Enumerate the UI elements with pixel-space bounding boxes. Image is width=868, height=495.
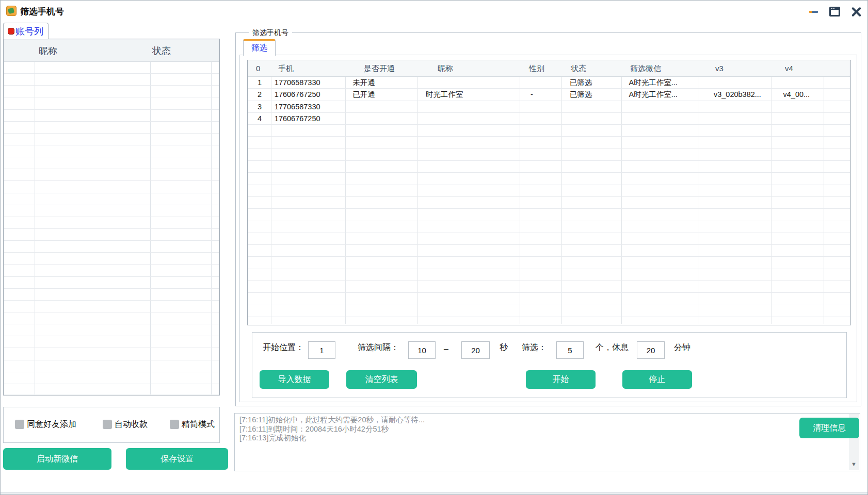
account-row[interactable] xyxy=(4,74,219,86)
account-row[interactable] xyxy=(4,169,219,181)
launch-wechat-button[interactable]: 启动新微信 xyxy=(3,448,111,470)
account-row[interactable] xyxy=(4,277,219,289)
account-row[interactable] xyxy=(4,181,219,193)
account-row[interactable] xyxy=(4,97,219,109)
account-row[interactable] xyxy=(4,324,219,336)
start-pos-input[interactable] xyxy=(308,341,335,359)
filter-row[interactable] xyxy=(248,209,850,221)
filter-row[interactable] xyxy=(248,173,850,185)
account-row[interactable] xyxy=(4,301,219,312)
filter-table-header: 0手机是否开通昵称性别状态筛选微信v3v4 xyxy=(248,61,850,77)
account-table-header: 昵称 状态 xyxy=(4,40,219,62)
filter-cell xyxy=(824,293,850,304)
filter-row[interactable] xyxy=(248,245,850,257)
account-cell xyxy=(4,253,35,264)
account-row[interactable] xyxy=(4,62,219,74)
filter-row[interactable]: 117706587330未开通已筛选A时光工作室... xyxy=(248,77,850,89)
account-row[interactable] xyxy=(4,157,219,169)
filter-col-2: 是否开通 xyxy=(364,64,395,74)
tab-account-list[interactable]: 账号列 xyxy=(3,23,49,39)
checkbox-simple-mode[interactable] xyxy=(170,420,179,429)
filter-row[interactable] xyxy=(248,281,850,293)
filter-row[interactable] xyxy=(248,317,850,324)
scroll-down-icon[interactable]: ▼ xyxy=(851,461,857,467)
filter-row[interactable] xyxy=(248,269,850,281)
filter-cell xyxy=(346,197,418,208)
account-row[interactable] xyxy=(4,348,219,360)
filter-cell xyxy=(346,185,418,196)
account-cell xyxy=(4,157,35,169)
clear-list-button[interactable]: 清空列表 xyxy=(346,370,417,389)
filter-cell xyxy=(418,281,520,292)
account-cell xyxy=(35,229,150,240)
start-button[interactable]: 开始 xyxy=(526,370,596,389)
rest-input[interactable] xyxy=(637,341,665,359)
account-row[interactable] xyxy=(4,360,219,372)
filter-cell xyxy=(248,185,271,196)
filter-cell xyxy=(824,197,850,208)
filter-cell xyxy=(418,233,520,244)
filter-row[interactable] xyxy=(248,257,850,269)
minimize-button[interactable] xyxy=(809,11,818,13)
clear-log-button[interactable]: 清理信息 xyxy=(799,418,859,438)
import-data-button[interactable]: 导入数据 xyxy=(260,370,329,389)
filter-row[interactable]: 217606767250已开通时光工作室-已筛选A时光工作室...v3_020b… xyxy=(248,89,850,101)
filter-col-6: 筛选微信 xyxy=(630,64,661,74)
filter-cell xyxy=(622,269,699,280)
checkbox-auto-collect[interactable] xyxy=(103,420,112,429)
filter-row[interactable] xyxy=(248,233,850,245)
account-row[interactable] xyxy=(4,289,219,301)
account-row[interactable] xyxy=(4,336,219,348)
save-settings-button[interactable]: 保存设置 xyxy=(126,448,228,470)
account-row[interactable] xyxy=(4,253,219,265)
filter-count-input[interactable] xyxy=(556,341,584,359)
account-row[interactable] xyxy=(4,122,219,134)
filter-cell xyxy=(248,293,271,304)
account-row[interactable] xyxy=(4,229,219,241)
filter-row[interactable]: 417606767250 xyxy=(248,113,850,125)
account-row[interactable] xyxy=(4,312,219,324)
account-cell xyxy=(212,241,219,252)
filter-row[interactable] xyxy=(248,137,850,148)
account-row[interactable] xyxy=(4,134,219,145)
account-cell xyxy=(151,348,212,359)
account-row[interactable] xyxy=(4,205,219,217)
filter-cell xyxy=(824,137,850,148)
filter-row[interactable] xyxy=(248,185,850,197)
filter-row[interactable] xyxy=(248,197,850,209)
account-cell xyxy=(35,97,150,109)
filter-cell xyxy=(271,269,346,280)
account-cell xyxy=(151,301,212,312)
filter-cell xyxy=(824,269,850,280)
account-row[interactable] xyxy=(4,110,219,122)
filter-cell xyxy=(824,233,850,244)
account-cell xyxy=(212,277,219,288)
filter-row[interactable] xyxy=(248,149,850,161)
account-row[interactable] xyxy=(4,193,219,205)
account-row[interactable] xyxy=(4,372,219,384)
close-button[interactable] xyxy=(851,7,862,16)
filter-cell xyxy=(520,137,562,148)
filter-row[interactable]: 317706587330 xyxy=(248,101,850,113)
interval-max-input[interactable] xyxy=(461,341,490,359)
account-row[interactable] xyxy=(4,384,219,394)
filter-cell xyxy=(699,221,771,233)
filter-row[interactable] xyxy=(248,161,850,173)
account-row[interactable] xyxy=(4,145,219,157)
account-row[interactable] xyxy=(4,86,219,97)
filter-row[interactable] xyxy=(248,293,850,305)
checkbox-agree-friend[interactable] xyxy=(15,420,24,429)
account-row[interactable] xyxy=(4,241,219,253)
filter-cell xyxy=(699,77,771,88)
stop-button[interactable]: 停止 xyxy=(622,370,692,389)
filter-row[interactable] xyxy=(248,221,850,233)
account-row[interactable] xyxy=(4,265,219,276)
maximize-button[interactable] xyxy=(829,7,840,16)
filter-cell: 时光工作室 xyxy=(418,89,520,100)
tab-filter[interactable]: 筛选 xyxy=(243,39,276,56)
interval-min-input[interactable] xyxy=(408,341,436,359)
filter-cell xyxy=(562,269,622,280)
filter-row[interactable] xyxy=(248,125,850,137)
account-row[interactable] xyxy=(4,217,219,229)
filter-row[interactable] xyxy=(248,305,850,317)
